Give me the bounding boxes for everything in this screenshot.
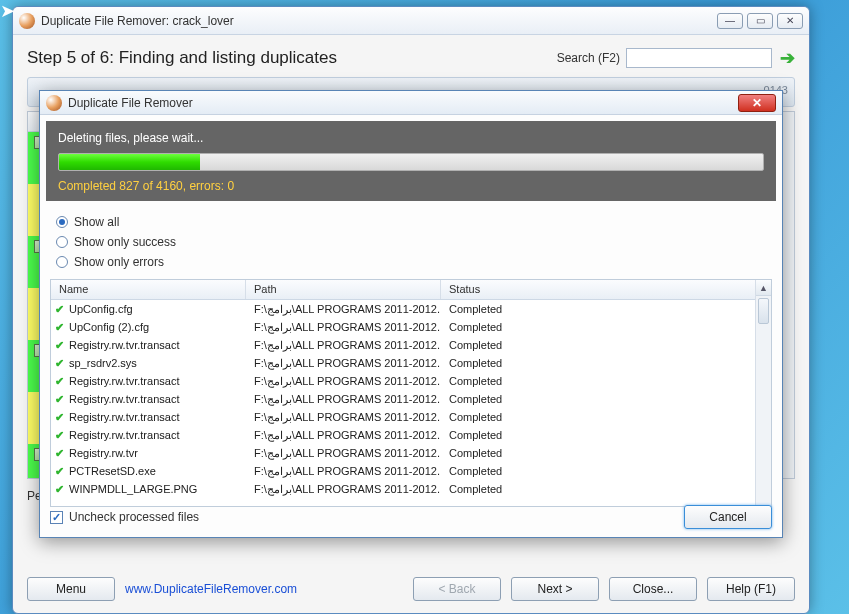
cell-status: Completed (441, 429, 771, 441)
check-icon: ✔ (51, 321, 67, 334)
progress-status: Completed 827 of 4160, errors: 0 (58, 179, 764, 193)
radio-icon (56, 236, 68, 248)
check-icon: ✔ (51, 429, 67, 442)
table-row[interactable]: ✔Registry.rw.tvr.transactF:\برامج\ALL PR… (51, 426, 771, 444)
progress-text: Deleting files, please wait... (58, 131, 764, 145)
cell-status: Completed (441, 375, 771, 387)
search-input[interactable] (626, 48, 772, 68)
minimize-button[interactable]: — (717, 13, 743, 29)
cell-status: Completed (441, 303, 771, 315)
cell-status: Completed (441, 447, 771, 459)
cell-path: F:\برامج\ALL PROGRAMS 2011-2012... (246, 429, 441, 442)
main-titlebar[interactable]: Duplicate File Remover: crack_lover — ▭ … (13, 7, 809, 35)
close-button[interactable]: Close... (609, 577, 697, 601)
check-icon: ✔ (51, 303, 67, 316)
website-link[interactable]: www.DuplicateFileRemover.com (125, 582, 297, 596)
app-icon (19, 13, 35, 29)
table-row[interactable]: ✔Registry.rw.tvrF:\برامج\ALL PROGRAMS 20… (51, 444, 771, 462)
cell-name: Registry.rw.tvr (67, 447, 246, 459)
dialog-close-button[interactable]: ✕ (738, 94, 776, 112)
main-title: Duplicate File Remover: crack_lover (41, 14, 717, 28)
app-icon (46, 95, 62, 111)
cell-path: F:\برامج\ALL PROGRAMS 2011-2012... (246, 393, 441, 406)
table-row[interactable]: ✔UpConfig (2).cfgF:\برامج\ALL PROGRAMS 2… (51, 318, 771, 336)
cell-status: Completed (441, 465, 771, 477)
uncheck-processed-checkbox[interactable]: ✓ Uncheck processed files (50, 510, 199, 524)
filter-radio-group: Show all Show only success Show only err… (40, 207, 782, 279)
radio-show-success[interactable]: Show only success (56, 235, 766, 249)
check-icon: ✔ (51, 465, 67, 478)
check-icon: ✔ (51, 483, 67, 496)
progress-panel: Deleting files, please wait... Completed… (46, 121, 776, 201)
cell-path: F:\برامج\ALL PROGRAMS 2011-2012... (246, 357, 441, 370)
cell-path: F:\برامج\ALL PROGRAMS 2011-2012... (246, 375, 441, 388)
cell-name: UpConfig.cfg (67, 303, 246, 315)
radio-show-errors[interactable]: Show only errors (56, 255, 766, 269)
dialog-title: Duplicate File Remover (68, 96, 738, 110)
table-row[interactable]: ✔Registry.rw.tvr.transactF:\برامج\ALL PR… (51, 372, 771, 390)
dialog-titlebar[interactable]: Duplicate File Remover ✕ (40, 91, 782, 115)
cell-status: Completed (441, 483, 771, 495)
cell-path: F:\برامج\ALL PROGRAMS 2011-2012... (246, 321, 441, 334)
radio-icon (56, 216, 68, 228)
cell-name: PCTResetSD.exe (67, 465, 246, 477)
check-icon: ✔ (51, 357, 67, 370)
progress-bar-fill (59, 154, 200, 170)
column-header-path[interactable]: Path (246, 280, 441, 299)
check-icon: ✔ (51, 393, 67, 406)
column-header-status[interactable]: Status (441, 280, 771, 299)
cell-name: Registry.rw.tvr.transact (67, 339, 246, 351)
progress-dialog: Duplicate File Remover ✕ Deleting files,… (39, 90, 783, 538)
check-icon: ✔ (51, 339, 67, 352)
cell-status: Completed (441, 339, 771, 351)
table-row[interactable]: ✔UpConfig.cfgF:\برامج\ALL PROGRAMS 2011-… (51, 300, 771, 318)
step-title: Step 5 of 6: Finding and listing duplica… (27, 48, 557, 68)
check-icon: ✔ (51, 447, 67, 460)
cell-status: Completed (441, 411, 771, 423)
table-row[interactable]: ✔Registry.rw.tvr.transactF:\برامج\ALL PR… (51, 336, 771, 354)
radio-show-all[interactable]: Show all (56, 215, 766, 229)
close-window-button[interactable]: ✕ (777, 13, 803, 29)
cell-status: Completed (441, 357, 771, 369)
back-button: < Back (413, 577, 501, 601)
cell-status: Completed (441, 393, 771, 405)
check-icon: ✔ (51, 411, 67, 424)
scroll-thumb[interactable] (758, 298, 769, 324)
cell-path: F:\برامج\ALL PROGRAMS 2011-2012... (246, 339, 441, 352)
maximize-button[interactable]: ▭ (747, 13, 773, 29)
cell-name: UpConfig (2).cfg (67, 321, 246, 333)
search-label: Search (F2) (557, 51, 620, 65)
cell-status: Completed (441, 321, 771, 333)
next-button[interactable]: Next > (511, 577, 599, 601)
cancel-button[interactable]: Cancel (684, 505, 772, 529)
scroll-up-icon[interactable]: ▲ (756, 280, 771, 296)
cell-path: F:\برامج\ALL PROGRAMS 2011-2012... (246, 411, 441, 424)
menu-button[interactable]: Menu (27, 577, 115, 601)
column-header-name[interactable]: Name (51, 280, 246, 299)
check-icon: ✔ (51, 375, 67, 388)
cell-name: Registry.rw.tvr.transact (67, 393, 246, 405)
table-row[interactable]: ✔PCTResetSD.exeF:\برامج\ALL PROGRAMS 201… (51, 462, 771, 480)
file-table: Name Path Status ✔UpConfig.cfgF:\برامج\A… (50, 279, 772, 507)
table-row[interactable]: ✔Registry.rw.tvr.transactF:\برامج\ALL PR… (51, 408, 771, 426)
cell-name: Registry.rw.tvr.transact (67, 411, 246, 423)
table-scrollbar[interactable]: ▲ (755, 280, 771, 506)
cell-path: F:\برامج\ALL PROGRAMS 2011-2012... (246, 447, 441, 460)
progress-bar (58, 153, 764, 171)
cell-path: F:\برامج\ALL PROGRAMS 2011-2012... (246, 303, 441, 316)
search-go-icon[interactable]: ➔ (780, 47, 795, 69)
cell-path: F:\برامج\ALL PROGRAMS 2011-2012... (246, 483, 441, 496)
help-button[interactable]: Help (F1) (707, 577, 795, 601)
cell-name: Registry.rw.tvr.transact (67, 429, 246, 441)
cell-name: Registry.rw.tvr.transact (67, 375, 246, 387)
cell-path: F:\برامج\ALL PROGRAMS 2011-2012... (246, 465, 441, 478)
radio-icon (56, 256, 68, 268)
checkbox-icon: ✓ (50, 511, 63, 524)
cell-name: sp_rsdrv2.sys (67, 357, 246, 369)
table-row[interactable]: ✔Registry.rw.tvr.transactF:\برامج\ALL PR… (51, 390, 771, 408)
cell-name: WINPMDLL_LARGE.PNG (67, 483, 246, 495)
table-row[interactable]: ✔sp_rsdrv2.sysF:\برامج\ALL PROGRAMS 2011… (51, 354, 771, 372)
table-row[interactable]: ✔WINPMDLL_LARGE.PNGF:\برامج\ALL PROGRAMS… (51, 480, 771, 498)
